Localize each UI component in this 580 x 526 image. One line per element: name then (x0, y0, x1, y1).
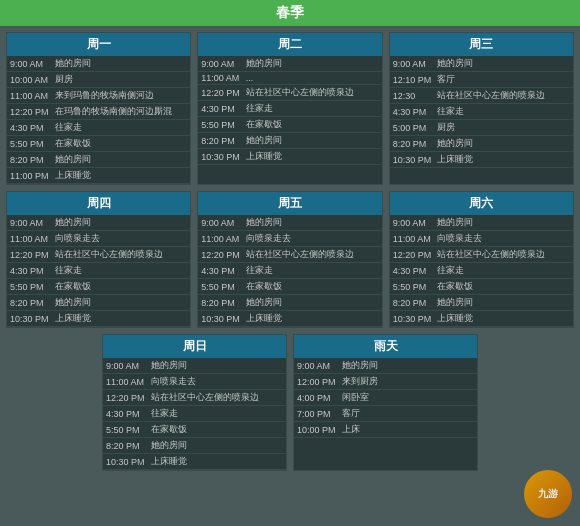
table-row: 9:00 AM她的房间 (294, 358, 477, 374)
table-row: 11:00 AM向喷泉走去 (103, 374, 286, 390)
saturday-card: 周六 9:00 AM她的房间 11:00 AM向喷泉走去 12:20 PM站在社… (389, 191, 574, 328)
friday-table: 9:00 AM她的房间 11:00 AM向喷泉走去 12:20 PM站在社区中心… (198, 215, 381, 327)
thursday-header: 周四 (7, 192, 190, 215)
table-row: 12:20 PM站在社区中心左侧的喷泉边 (390, 247, 573, 263)
week-row-2: 周四 9:00 AM她的房间 11:00 AM向喷泉走去 12:20 PM站在社… (6, 191, 574, 328)
table-row: 10:30 PM上床睡觉 (390, 152, 573, 168)
table-row: 11:00 AM来到玛鲁的牧场南侧河边 (7, 88, 190, 104)
table-row: 7:00 PM客厅 (294, 406, 477, 422)
tuesday-card: 周二 9:00 AM她的房间 11:00 AM... 12:20 PM站在社区中… (197, 32, 382, 185)
table-row: 8:20 PM她的房间 (390, 295, 573, 311)
wednesday-header: 周三 (390, 33, 573, 56)
table-row: 12:20 PM站在社区中心左侧的喷泉边 (198, 85, 381, 101)
sunday-table: 9:00 AM她的房间 11:00 AM向喷泉走去 12:20 PM站在社区中心… (103, 358, 286, 470)
table-row: 9:00 AM她的房间 (198, 215, 381, 231)
table-row: 4:00 PM闲卧室 (294, 390, 477, 406)
table-row: 11:00 PM上床睡觉 (7, 168, 190, 184)
table-row: 9:00 AM她的房间 (198, 56, 381, 72)
table-row: 12:20 PM站在社区中心左侧的喷泉边 (7, 247, 190, 263)
table-row: 4:30 PM往家走 (7, 120, 190, 136)
table-row: 5:50 PM在家歇饭 (390, 279, 573, 295)
monday-header: 周一 (7, 33, 190, 56)
table-row: 8:20 PM她的房间 (7, 295, 190, 311)
table-row: 11:00 AM向喷泉走去 (7, 231, 190, 247)
table-row: 9:00 AM她的房间 (390, 215, 573, 231)
wednesday-card: 周三 9:00 AM她的房间 12:10 PM客厅 12:30站在社区中心左侧的… (389, 32, 574, 185)
saturday-table: 9:00 AM她的房间 11:00 AM向喷泉走去 12:20 PM站在社区中心… (390, 215, 573, 327)
table-row: 9:00 AM她的房间 (7, 215, 190, 231)
table-row: 8:20 PM她的房间 (198, 295, 381, 311)
week-row-3: 周日 9:00 AM她的房间 11:00 AM向喷泉走去 12:20 PM站在社… (6, 334, 574, 471)
week-row-1: 周一 9:00 AM她的房间 10:00 AM厨房 11:00 AM来到玛鲁的牧… (6, 32, 574, 185)
table-row: 8:20 PM她的房间 (103, 438, 286, 454)
table-row: 4:30 PM往家走 (7, 263, 190, 279)
table-row: 8:20 PM她的房间 (7, 152, 190, 168)
table-row: 10:30 PM上床睡觉 (103, 454, 286, 470)
table-row: 12:00 PM来到厨房 (294, 374, 477, 390)
table-row: 5:50 PM在家歇饭 (7, 136, 190, 152)
header: 春季 (0, 0, 580, 26)
table-row: 10:00 PM上床 (294, 422, 477, 438)
tuesday-header: 周二 (198, 33, 381, 56)
monday-table: 9:00 AM她的房间 10:00 AM厨房 11:00 AM来到玛鲁的牧场南侧… (7, 56, 190, 184)
table-row: 11:00 AM向喷泉走去 (390, 231, 573, 247)
table-row: 12:20 PM站在社区中心左侧的喷泉边 (198, 247, 381, 263)
schedule-grid: 周一 9:00 AM她的房间 10:00 AM厨房 11:00 AM来到玛鲁的牧… (0, 26, 580, 477)
saturday-header: 周六 (390, 192, 573, 215)
table-row: 4:30 PM往家走 (390, 263, 573, 279)
table-row: 10:30 PM上床睡觉 (390, 311, 573, 327)
table-row: 8:20 PM她的房间 (390, 136, 573, 152)
friday-card: 周五 9:00 AM她的房间 11:00 AM向喷泉走去 12:20 PM站在社… (197, 191, 382, 328)
table-row: 11:00 AM向喷泉走去 (198, 231, 381, 247)
rainy-header: 雨天 (294, 335, 477, 358)
sunday-card: 周日 9:00 AM她的房间 11:00 AM向喷泉走去 12:20 PM站在社… (102, 334, 287, 471)
table-row: 5:00 PM厨房 (390, 120, 573, 136)
rainy-table: 9:00 AM她的房间 12:00 PM来到厨房 4:00 PM闲卧室 7:00… (294, 358, 477, 438)
wednesday-table: 9:00 AM她的房间 12:10 PM客厅 12:30站在社区中心左侧的喷泉边… (390, 56, 573, 168)
table-row: 4:30 PM往家走 (390, 104, 573, 120)
thursday-table: 9:00 AM她的房间 11:00 AM向喷泉走去 12:20 PM站在社区中心… (7, 215, 190, 327)
table-row: 10:30 PM上床睡觉 (198, 149, 381, 165)
table-row: 9:00 AM她的房间 (7, 56, 190, 72)
table-row: 12:30站在社区中心左侧的喷泉边 (390, 88, 573, 104)
monday-card: 周一 9:00 AM她的房间 10:00 AM厨房 11:00 AM来到玛鲁的牧… (6, 32, 191, 185)
table-row: 4:30 PM往家走 (103, 406, 286, 422)
table-row: 5:50 PM在家歇饭 (7, 279, 190, 295)
thursday-card: 周四 9:00 AM她的房间 11:00 AM向喷泉走去 12:20 PM站在社… (6, 191, 191, 328)
table-row: 5:50 PM在家歇饭 (198, 117, 381, 133)
table-row: 5:50 PM在家歇饭 (103, 422, 286, 438)
table-row: 12:20 PM站在社区中心左侧的喷泉边 (103, 390, 286, 406)
table-row: 8:20 PM她的房间 (198, 133, 381, 149)
table-row: 4:30 PM往家走 (198, 263, 381, 279)
table-row: 9:00 AM她的房间 (103, 358, 286, 374)
friday-header: 周五 (198, 192, 381, 215)
table-row: 4:30 PM往家走 (198, 101, 381, 117)
table-row: 10:30 PM上床睡觉 (7, 311, 190, 327)
watermark-badge: 九游 (524, 470, 572, 518)
table-row: 10:30 PM上床睡觉 (198, 311, 381, 327)
tuesday-table: 9:00 AM她的房间 11:00 AM... 12:20 PM站在社区中心左侧… (198, 56, 381, 165)
rainy-card: 雨天 9:00 AM她的房间 12:00 PM来到厨房 4:00 PM闲卧室 7… (293, 334, 478, 471)
table-row: 11:00 AM... (198, 72, 381, 85)
sunday-header: 周日 (103, 335, 286, 358)
table-row: 5:50 PM在家歇饭 (198, 279, 381, 295)
table-row: 10:00 AM厨房 (7, 72, 190, 88)
table-row: 9:00 AM她的房间 (390, 56, 573, 72)
table-row: 12:20 PM在玛鲁的牧场南侧的河边厮混 (7, 104, 190, 120)
table-row: 12:10 PM客厅 (390, 72, 573, 88)
